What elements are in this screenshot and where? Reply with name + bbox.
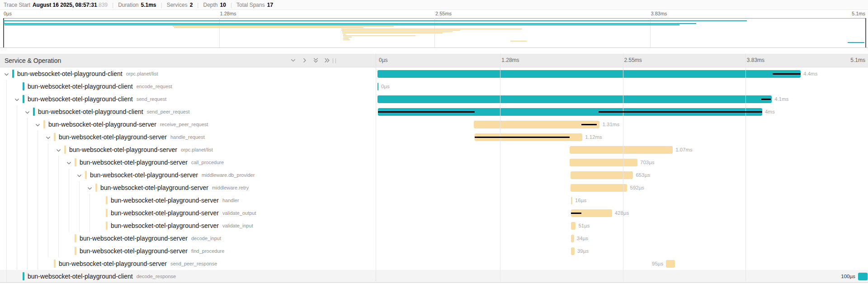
- span-duration-label: 4.1ms: [774, 96, 788, 102]
- column-divider[interactable]: [376, 53, 376, 282]
- span-name-cell[interactable]: bun-websocket-otel-playground-client dec…: [0, 270, 376, 282]
- span-name-cell[interactable]: bun-websocket-otel-playground-server cal…: [0, 156, 376, 169]
- span-timeline-cell[interactable]: 0µs: [376, 80, 868, 93]
- span-name-cell[interactable]: bun-websocket-otel-playground-server dec…: [0, 232, 376, 245]
- span-name-cell[interactable]: bun-websocket-otel-playground-server mid…: [0, 169, 376, 181]
- collapse-chevron-icon[interactable]: [24, 109, 30, 115]
- span-timeline-cell[interactable]: 34µs: [376, 232, 868, 245]
- span-row[interactable]: bun-websocket-otel-playground-server dec…: [0, 232, 868, 245]
- span-timeline-cell[interactable]: 1.07ms: [376, 143, 868, 156]
- span-color-bar: [54, 260, 56, 268]
- summary-value: 2: [190, 2, 193, 8]
- span-row[interactable]: bun-websocket-otel-playground-server val…: [0, 207, 868, 219]
- span-row[interactable]: bun-websocket-otel-playground-server fin…: [0, 245, 868, 257]
- service-name: bun-websocket-otel-playground-server: [100, 184, 208, 191]
- span-row[interactable]: bun-websocket-otel-playground-server mid…: [0, 181, 868, 194]
- span-timeline-cell[interactable]: 592µs: [376, 181, 868, 194]
- span-timeline-cell[interactable]: 4.4ms: [376, 67, 868, 80]
- tree-guide-line: [27, 156, 28, 169]
- span-row[interactable]: bun-websocket-otel-playground-client sen…: [0, 93, 868, 105]
- span-bar[interactable]: [571, 197, 572, 204]
- double-chevron-right-icon[interactable]: [324, 57, 330, 64]
- span-name-cell[interactable]: bun-websocket-otel-playground-server han…: [0, 131, 376, 143]
- span-timeline-cell[interactable]: 4.1ms: [376, 93, 868, 105]
- chevron-down-icon[interactable]: [290, 57, 297, 64]
- span-row[interactable]: bun-websocket-otel-playground-server mid…: [0, 169, 868, 181]
- trace-minimap[interactable]: [0, 18, 868, 48]
- span-row[interactable]: bun-websocket-otel-playground-client enc…: [0, 80, 868, 93]
- span-duration-label: 51µs: [578, 223, 590, 228]
- collapse-chevron-icon[interactable]: [76, 172, 82, 178]
- span-name-cell[interactable]: bun-websocket-otel-playground-server val…: [0, 219, 376, 232]
- span-duration-label: 39µs: [577, 248, 589, 254]
- span-timeline-cell[interactable]: 39µs: [376, 245, 868, 257]
- span-timeline-cell[interactable]: 16µs: [376, 194, 868, 207]
- collapse-chevron-icon[interactable]: [14, 96, 20, 102]
- timeline-gridline: [500, 53, 500, 282]
- span-row[interactable]: bun-websocket-otel-playground-server sen…: [0, 257, 868, 270]
- tree-guide-line: [17, 257, 17, 270]
- span-bar[interactable]: [474, 121, 600, 128]
- tree-guide-line: [38, 131, 38, 143]
- span-bar[interactable]: [858, 273, 868, 280]
- span-bar[interactable]: [377, 95, 772, 103]
- span-bar[interactable]: [570, 146, 673, 154]
- critical-path-segment: [475, 137, 570, 138]
- span-timeline-cell[interactable]: 4ms: [376, 105, 868, 118]
- span-color-bar: [64, 146, 66, 154]
- span-timeline-cell[interactable]: 51µs: [376, 219, 868, 232]
- column-resizer[interactable]: [333, 58, 336, 63]
- tree-guide-line: [27, 181, 28, 194]
- span-row[interactable]: bun-websocket-otel-playground-server han…: [0, 131, 868, 143]
- collapse-chevron-icon[interactable]: [56, 147, 61, 153]
- collapse-chevron-icon[interactable]: [45, 134, 51, 140]
- span-name-cell[interactable]: bun-websocket-otel-playground-server fin…: [0, 245, 376, 257]
- span-name-cell[interactable]: bun-websocket-otel-playground-server orp…: [0, 143, 376, 156]
- span-row[interactable]: bun-websocket-otel-playground-client sen…: [0, 105, 868, 118]
- span-timeline-cell[interactable]: 703µs: [376, 156, 868, 169]
- span-row[interactable]: bun-websocket-otel-playground-client orp…: [0, 67, 868, 80]
- span-bar[interactable]: [377, 70, 801, 78]
- summary-label: Duration: [118, 2, 138, 8]
- span-name-cell[interactable]: bun-websocket-otel-playground-client sen…: [0, 105, 376, 118]
- span-name-cell[interactable]: bun-websocket-otel-playground-server rec…: [0, 118, 376, 131]
- span-timeline-cell[interactable]: 100µs: [376, 270, 868, 282]
- span-name-cell[interactable]: bun-websocket-otel-playground-server val…: [0, 207, 376, 219]
- span-timeline-cell[interactable]: 1.12ms: [376, 131, 868, 143]
- span-bar[interactable]: [571, 222, 576, 230]
- span-name-cell[interactable]: bun-websocket-otel-playground-client sen…: [0, 93, 376, 105]
- span-name-cell[interactable]: bun-websocket-otel-playground-client orp…: [0, 67, 376, 80]
- span-bar[interactable]: [666, 260, 675, 268]
- span-row[interactable]: bun-websocket-otel-playground-server rec…: [0, 118, 868, 131]
- double-chevron-down-icon[interactable]: [312, 57, 319, 64]
- span-timeline-cell[interactable]: 428µs: [376, 207, 868, 219]
- span-bar[interactable]: [571, 171, 633, 179]
- span-row[interactable]: bun-websocket-otel-playground-client dec…: [0, 270, 868, 283]
- span-color-bar: [75, 247, 76, 255]
- span-bar[interactable]: [570, 159, 637, 166]
- collapse-chevron-icon[interactable]: [87, 185, 93, 191]
- chevron-right-icon[interactable]: [301, 57, 308, 64]
- tree-guide-line: [6, 219, 7, 232]
- span-row[interactable]: bun-websocket-otel-playground-server cal…: [0, 156, 868, 169]
- span-row[interactable]: bun-websocket-otel-playground-server orp…: [0, 143, 868, 156]
- collapse-chevron-icon[interactable]: [4, 71, 9, 77]
- span-name-cell[interactable]: bun-websocket-otel-playground-server mid…: [0, 181, 376, 194]
- span-timeline-cell[interactable]: 95µs: [376, 257, 868, 270]
- span-bar[interactable]: [571, 184, 627, 192]
- span-timeline-cell[interactable]: 653µs: [376, 169, 868, 181]
- span-bar[interactable]: [377, 83, 378, 90]
- summary-value: 5.1ms: [141, 2, 156, 8]
- minimap-scrubber-right[interactable]: [865, 18, 866, 47]
- span-timeline-cell[interactable]: 1.31ms: [376, 118, 868, 131]
- service-name: bun-websocket-otel-playground-server: [90, 171, 198, 179]
- collapse-chevron-icon[interactable]: [35, 122, 41, 128]
- span-row[interactable]: bun-websocket-otel-playground-server han…: [0, 194, 868, 207]
- collapse-chevron-icon[interactable]: [66, 160, 72, 166]
- span-row[interactable]: bun-websocket-otel-playground-server val…: [0, 219, 868, 232]
- span-name-cell[interactable]: bun-websocket-otel-playground-server han…: [0, 194, 376, 207]
- span-bar[interactable]: [571, 247, 575, 255]
- span-name-cell[interactable]: bun-websocket-otel-playground-client enc…: [0, 80, 376, 93]
- span-bar[interactable]: [571, 235, 574, 242]
- span-name-cell[interactable]: bun-websocket-otel-playground-server sen…: [0, 257, 376, 270]
